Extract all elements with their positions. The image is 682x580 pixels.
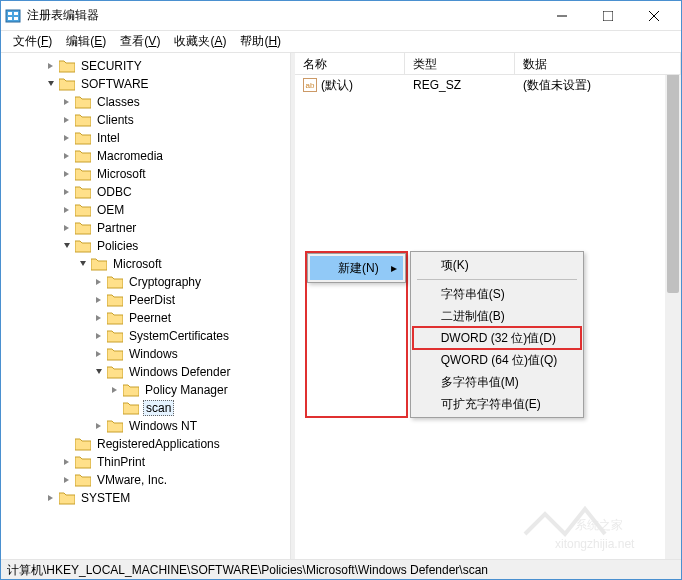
menu-item-dword[interactable]: DWORD (32 位)值(D) xyxy=(413,327,582,349)
expander-icon[interactable] xyxy=(93,276,105,288)
expander-icon[interactable] xyxy=(61,186,73,198)
column-header-name[interactable]: 名称 xyxy=(295,53,405,74)
menu-item-qword[interactable]: QWORD (64 位)值(Q) xyxy=(413,349,582,371)
tree-node-oem[interactable]: OEM xyxy=(57,201,290,219)
menu-item-string[interactable]: 字符串值(S) xyxy=(413,283,582,305)
expander-icon[interactable] xyxy=(93,348,105,360)
close-button[interactable] xyxy=(631,1,677,31)
svg-rect-4 xyxy=(14,17,18,20)
tree-node-policies[interactable]: Policies xyxy=(57,237,290,255)
expander-icon[interactable] xyxy=(61,168,73,180)
tree-node-policies-microsoft[interactable]: Microsoft xyxy=(73,255,290,273)
menu-favorites[interactable]: 收藏夹(A) xyxy=(168,31,232,52)
folder-icon xyxy=(75,455,91,469)
expander-icon[interactable] xyxy=(93,312,105,324)
tree-node-windows[interactable]: Windows xyxy=(89,345,290,363)
expander-icon[interactable] xyxy=(61,240,73,252)
folder-icon xyxy=(75,95,91,109)
svg-rect-6 xyxy=(603,11,613,21)
context-menu-group: 新建(N) ▸ 项(K) 字符串值(S) 二进制值(B) DWORD (32 位… xyxy=(305,251,584,418)
context-menu-primary: 新建(N) ▸ xyxy=(305,251,408,418)
list-header: 名称 类型 数据 xyxy=(295,53,681,75)
menu-item-label: 项(K) xyxy=(441,257,469,274)
menu-help[interactable]: 帮助(H) xyxy=(234,31,287,52)
tree-node-peernet[interactable]: Peernet xyxy=(89,309,290,327)
menu-file[interactable]: 文件(F) xyxy=(7,31,58,52)
context-menu-submenu: 项(K) 字符串值(S) 二进制值(B) DWORD (32 位)值(D) QW… xyxy=(410,251,585,418)
tree-node-policy-manager[interactable]: Policy Manager xyxy=(105,381,290,399)
tree-node-classes[interactable]: Classes xyxy=(57,93,290,111)
menu-item-binary[interactable]: 二进制值(B) xyxy=(413,305,582,327)
tree-node-cryptography[interactable]: Cryptography xyxy=(89,273,290,291)
tree-node-vmware[interactable]: VMware, Inc. xyxy=(57,471,290,489)
list-pane[interactable]: 名称 类型 数据 ab(默认) REG_SZ (数值未设置) 新建(N) ▸ xyxy=(295,53,681,559)
tree-node-windows-nt[interactable]: Windows NT xyxy=(89,417,290,435)
folder-icon xyxy=(59,491,75,505)
tree-pane[interactable]: SECURITY SOFTWARE Classes Clients Intel … xyxy=(1,53,291,559)
folder-icon xyxy=(91,257,107,271)
menu-item-expandstring[interactable]: 可扩充字符串值(E) xyxy=(413,393,582,415)
tree-node-odbc[interactable]: ODBC xyxy=(57,183,290,201)
expander-icon[interactable] xyxy=(45,78,57,90)
expander-icon[interactable] xyxy=(93,366,105,378)
menu-item-label: QWORD (64 位)值(Q) xyxy=(441,352,558,369)
expander-icon[interactable] xyxy=(61,132,73,144)
menu-item-label: 二进制值(B) xyxy=(441,308,505,325)
menu-view[interactable]: 查看(V) xyxy=(114,31,166,52)
folder-icon xyxy=(75,437,91,451)
tree-node-registeredapplications[interactable]: RegisteredApplications xyxy=(57,435,290,453)
menu-item-label: DWORD (32 位)值(D) xyxy=(441,330,556,347)
column-header-data[interactable]: 数据 xyxy=(515,53,681,74)
folder-icon xyxy=(75,167,91,181)
statusbar-path: 计算机\HKEY_LOCAL_MACHINE\SOFTWARE\Policies… xyxy=(7,563,488,577)
expander-icon[interactable] xyxy=(61,114,73,126)
tree-node-microsoft[interactable]: Microsoft xyxy=(57,165,290,183)
value-type: REG_SZ xyxy=(405,76,515,94)
tree-node-systemcertificates[interactable]: SystemCertificates xyxy=(89,327,290,345)
expander-icon[interactable] xyxy=(61,474,73,486)
menu-edit[interactable]: 编辑(E) xyxy=(60,31,112,52)
minimize-button[interactable] xyxy=(539,1,585,31)
tree-node-clients[interactable]: Clients xyxy=(57,111,290,129)
menu-item-label: 字符串值(S) xyxy=(441,286,505,303)
value-name: (默认) xyxy=(321,77,353,94)
tree-node-macromedia[interactable]: Macromedia xyxy=(57,147,290,165)
tree-node-system[interactable]: SYSTEM xyxy=(41,489,290,507)
expander-icon[interactable] xyxy=(61,204,73,216)
folder-icon xyxy=(75,239,91,253)
expander-icon[interactable] xyxy=(61,222,73,234)
tree-node-scan[interactable]: scan xyxy=(105,399,290,417)
folder-icon xyxy=(107,293,123,307)
tree-node-thinprint[interactable]: ThinPrint xyxy=(57,453,290,471)
menu-item-new[interactable]: 新建(N) ▸ xyxy=(310,256,403,280)
expander-icon[interactable] xyxy=(109,384,121,396)
maximize-button[interactable] xyxy=(585,1,631,31)
tree-node-peerdist[interactable]: PeerDist xyxy=(89,291,290,309)
tree-node-intel[interactable]: Intel xyxy=(57,129,290,147)
svg-rect-0 xyxy=(6,10,20,22)
string-value-icon: ab xyxy=(303,78,317,92)
expander-icon[interactable] xyxy=(61,456,73,468)
tree-node-windows-defender[interactable]: Windows Defender xyxy=(89,363,290,381)
tree-node-security[interactable]: SECURITY xyxy=(41,57,290,75)
list-row[interactable]: ab(默认) REG_SZ (数值未设置) xyxy=(295,75,681,95)
tree-node-software[interactable]: SOFTWARE xyxy=(41,75,290,93)
menu-item-multistring[interactable]: 多字符串值(M) xyxy=(413,371,582,393)
expander-icon[interactable] xyxy=(93,294,105,306)
expander-icon[interactable] xyxy=(93,420,105,432)
expander-icon[interactable] xyxy=(45,492,57,504)
expander-icon[interactable] xyxy=(61,150,73,162)
expander-icon[interactable] xyxy=(93,330,105,342)
folder-icon xyxy=(75,473,91,487)
menu-item-key[interactable]: 项(K) xyxy=(413,254,582,276)
folder-icon xyxy=(107,347,123,361)
menu-item-label: 多字符串值(M) xyxy=(441,374,519,391)
expander-icon[interactable] xyxy=(45,60,57,72)
folder-icon xyxy=(75,149,91,163)
folder-icon xyxy=(75,221,91,235)
column-header-type[interactable]: 类型 xyxy=(405,53,515,74)
expander-spacer xyxy=(109,402,121,414)
expander-icon[interactable] xyxy=(61,96,73,108)
expander-icon[interactable] xyxy=(77,258,89,270)
tree-node-partner[interactable]: Partner xyxy=(57,219,290,237)
